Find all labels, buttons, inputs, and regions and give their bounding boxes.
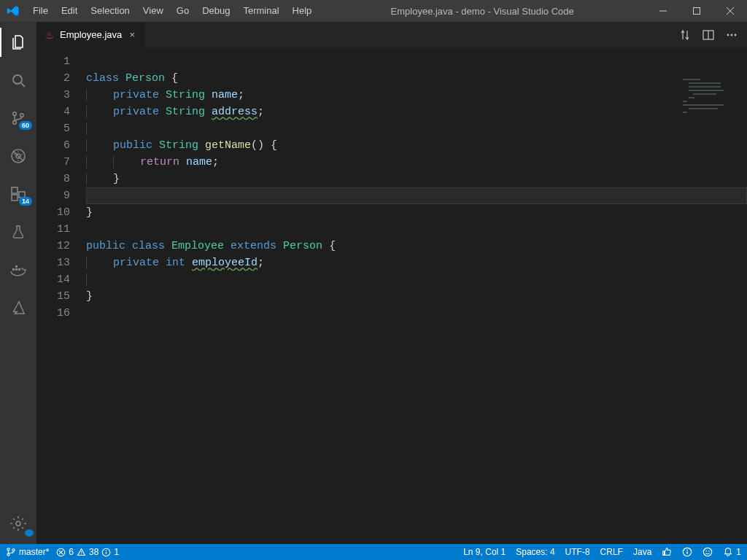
maximize-button[interactable]	[680, 0, 713, 22]
menu-debug[interactable]: Debug	[196, 0, 236, 22]
svg-rect-21	[18, 268, 20, 271]
menu-edit[interactable]: Edit	[55, 0, 84, 22]
svg-point-31	[12, 549, 15, 551]
menu-help[interactable]: Help	[286, 0, 319, 22]
activity-explorer[interactable]	[0, 28, 36, 57]
menu-go[interactable]: Go	[170, 0, 196, 22]
svg-point-23	[16, 521, 20, 526]
close-button[interactable]	[713, 0, 747, 22]
svg-rect-1	[694, 8, 700, 15]
menu-terminal[interactable]: Terminal	[236, 0, 285, 22]
search-icon	[9, 71, 27, 89]
svg-point-26	[727, 34, 729, 36]
split-editor-icon[interactable]	[702, 28, 715, 42]
minimize-button[interactable]	[646, 0, 680, 22]
editor-region: ♨ Employee.java × 1234567891011121314151…	[36, 22, 747, 544]
ext-badge: 14	[19, 197, 32, 206]
svg-rect-16	[12, 187, 18, 193]
activity-docker[interactable]	[0, 255, 36, 284]
tabs-row: ♨ Employee.java ×	[36, 22, 747, 47]
svg-point-6	[13, 112, 17, 116]
status-spaces[interactable]: Spaces: 4	[516, 547, 554, 557]
gear-icon	[9, 515, 27, 532]
smiley-icon	[703, 547, 713, 557]
status-language[interactable]: Java	[633, 547, 651, 557]
menu-view[interactable]: View	[136, 0, 170, 22]
tab-close-icon[interactable]: ×	[126, 29, 138, 40]
body-area: 60 14 ♨ Employee.java ×	[0, 22, 747, 544]
svg-line-5	[21, 83, 25, 87]
code-content[interactable]: class Person { private String name; priv…	[86, 47, 747, 544]
svg-rect-22	[15, 265, 18, 268]
bug-icon	[9, 147, 27, 165]
svg-point-42	[687, 550, 689, 551]
status-branch[interactable]: master*	[6, 547, 49, 557]
activity-settings[interactable]	[0, 509, 36, 538]
svg-rect-19	[12, 268, 15, 271]
status-notifications[interactable]: 1	[723, 547, 741, 557]
svg-rect-20	[15, 268, 18, 271]
status-eol[interactable]: CRLF	[600, 547, 623, 557]
status-info-btn[interactable]	[682, 547, 692, 557]
tab-employee-java[interactable]: ♨ Employee.java ×	[36, 22, 146, 47]
line-number-gutter: 12345678910111213141516	[36, 47, 86, 544]
svg-point-39	[106, 550, 107, 551]
svg-line-14	[14, 154, 15, 155]
svg-point-28	[735, 34, 737, 36]
svg-point-7	[13, 121, 17, 125]
vscode-logo-icon	[0, 4, 26, 18]
settings-badge	[25, 529, 34, 537]
svg-point-45	[708, 551, 710, 552]
code-editor[interactable]: 12345678910111213141516 class Person { p…	[36, 47, 747, 544]
tab-actions	[678, 22, 747, 47]
svg-point-4	[13, 75, 22, 84]
status-thumbsup[interactable]	[662, 547, 672, 557]
activity-debug[interactable]	[0, 141, 36, 171]
files-icon	[9, 34, 27, 51]
docker-icon	[9, 261, 27, 279]
window-controls	[646, 0, 747, 22]
notification-count: 1	[736, 547, 741, 557]
svg-rect-17	[12, 195, 18, 201]
activity-bar: 60 14	[0, 22, 36, 544]
activity-test[interactable]	[0, 217, 36, 246]
svg-point-43	[704, 548, 712, 556]
warning-count: 38	[89, 547, 98, 557]
git-branch-icon	[6, 547, 16, 557]
status-feedback[interactable]	[703, 547, 713, 557]
scm-badge: 60	[19, 121, 32, 130]
more-icon[interactable]	[725, 28, 738, 42]
svg-point-36	[81, 553, 82, 554]
info-count: 1	[114, 547, 119, 557]
window-title: Employee.java - demo - Visual Studio Cod…	[318, 6, 646, 17]
java-file-icon: ♨	[44, 29, 55, 41]
activity-azure[interactable]	[0, 293, 36, 322]
error-count: 6	[69, 547, 74, 557]
svg-point-27	[731, 34, 733, 36]
svg-line-15	[21, 154, 23, 155]
svg-point-8	[20, 114, 24, 117]
svg-line-10	[13, 151, 23, 161]
status-encoding[interactable]: UTF-8	[565, 547, 590, 557]
bell-icon	[723, 547, 733, 557]
activity-scm[interactable]: 60	[0, 104, 36, 133]
menu-file[interactable]: File	[26, 0, 55, 22]
info-circle-icon	[682, 547, 692, 557]
warning-icon	[77, 548, 86, 557]
title-bar: File Edit Selection View Go Debug Termin…	[0, 0, 747, 22]
error-icon	[56, 548, 66, 557]
azure-icon	[10, 300, 26, 316]
beaker-icon	[10, 224, 26, 240]
thumbsup-icon	[662, 547, 672, 557]
menu-selection[interactable]: Selection	[84, 0, 136, 22]
svg-point-29	[7, 548, 9, 551]
info-icon	[101, 548, 111, 557]
svg-point-44	[706, 551, 708, 552]
activity-search[interactable]	[0, 66, 36, 95]
status-problems[interactable]: 6 38 1	[56, 547, 119, 557]
status-cursor[interactable]: Ln 9, Col 1	[463, 547, 506, 557]
activity-extensions[interactable]: 14	[0, 179, 36, 209]
compare-icon[interactable]	[678, 28, 692, 42]
menu-bar: File Edit Selection View Go Debug Termin…	[26, 0, 318, 22]
tab-label: Employee.java	[60, 29, 122, 40]
